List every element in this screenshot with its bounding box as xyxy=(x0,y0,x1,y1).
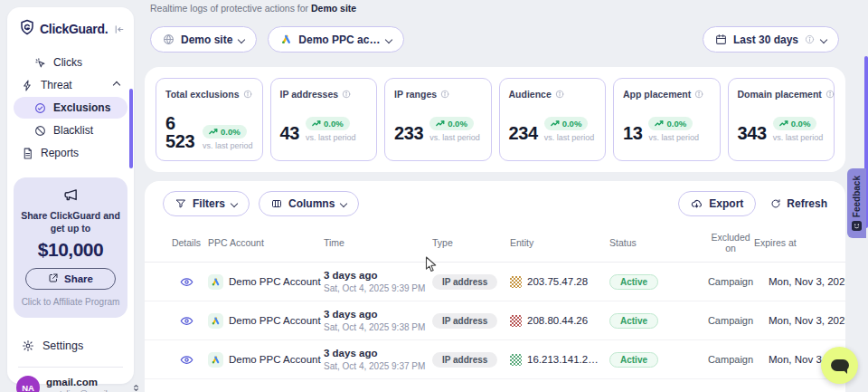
export-button[interactable]: Export xyxy=(678,191,756,216)
info-icon[interactable] xyxy=(555,90,564,99)
date-range-dropdown[interactable]: Last 30 days xyxy=(703,26,839,53)
row-details-eye-button[interactable] xyxy=(180,353,193,367)
ppc-account-filter-dropdown[interactable]: Demo PPC ac… xyxy=(268,26,404,53)
info-icon[interactable] xyxy=(826,90,835,99)
chevron-up-icon xyxy=(113,81,120,89)
sidebar-nav: Clicks Threat Exclusions Blacklist xyxy=(7,52,134,164)
excluded-on-value: Campaign xyxy=(707,354,754,365)
stat-label: Domain placement xyxy=(738,89,822,100)
excluded-on-value: Campaign xyxy=(707,315,754,326)
delta-value: 0.0% xyxy=(221,127,241,137)
row-details-eye-button[interactable] xyxy=(180,314,193,328)
sidebar-item-clicks[interactable]: Clicks xyxy=(14,52,127,73)
share-button[interactable]: Share xyxy=(25,268,116,290)
ppc-account-name: Demo PPC Account xyxy=(229,276,321,287)
delta-badge: 0.0% xyxy=(306,117,350,130)
scope-filters: Demo site Demo PPC ac… xyxy=(150,26,404,53)
chat-bubble-icon xyxy=(831,359,849,371)
table-row: Demo PPC Account 3 days agoSat, Oct 4, 2… xyxy=(145,340,845,379)
entity-value: 203.75.47.28 xyxy=(527,276,588,287)
account-name: gmail.com xyxy=(46,377,125,389)
chevron-down-icon xyxy=(820,35,827,43)
refresh-label: Refresh xyxy=(787,197,827,210)
stat-period: vs. last period xyxy=(429,133,480,142)
affiliate-link[interactable]: Click to Affiliate Program xyxy=(19,297,122,307)
stat-label: Audience xyxy=(509,89,552,100)
sidebar-item-threat[interactable]: Threat xyxy=(14,74,127,96)
refresh-button[interactable]: Refresh xyxy=(770,197,827,210)
promo-text: Share ClickGuard and get up to xyxy=(19,209,122,234)
app-root: ClickGuard. Clicks Threat xyxy=(0,0,868,392)
delta-value: 0.0% xyxy=(448,119,467,129)
trend-up-icon xyxy=(551,119,560,129)
google-ads-icon xyxy=(280,33,292,45)
share-button-label: Share xyxy=(64,273,93,284)
logo: ClickGuard. xyxy=(7,7,134,44)
megaphone-icon xyxy=(63,190,79,206)
settings-label: Settings xyxy=(42,339,83,352)
lightning-icon xyxy=(22,80,33,91)
time-absolute: Sat, Oct 4, 2025 9:39 PM xyxy=(324,282,432,294)
table-row: Demo PPC Account 3 days agoSat, Oct 4, 2… xyxy=(145,263,845,301)
trend-up-icon xyxy=(779,119,788,129)
status-badge: Active xyxy=(609,313,658,329)
logo-text: ClickGuard. xyxy=(40,22,108,36)
sidebar-item-reports[interactable]: Reports xyxy=(14,142,127,164)
promo-amount: $10,000 xyxy=(19,239,122,261)
sidebar-collapse-icon[interactable] xyxy=(113,24,125,35)
google-ads-icon xyxy=(208,352,223,368)
shield-logo-icon xyxy=(19,19,35,39)
info-icon[interactable] xyxy=(342,90,351,99)
col-header-excluded-on: Excluded on xyxy=(707,232,754,253)
page-subtitle: Realtime logs of protective actions for … xyxy=(150,3,356,14)
calendar-icon xyxy=(715,33,727,45)
stat-card-app-placement: App placement 13 0.0% vs. last period xyxy=(613,78,721,161)
chevron-down-icon xyxy=(238,35,245,43)
site-filter-dropdown[interactable]: Demo site xyxy=(150,26,257,53)
time-absolute: Sat, Oct 4, 2025 9:37 PM xyxy=(324,360,432,372)
table-toolbar: Filters Columns Export xyxy=(145,191,845,216)
sidebar-item-exclusions[interactable]: Exclusions xyxy=(14,97,127,119)
account-switcher[interactable]: NA gmail.com naatali.ro@gmail.com xyxy=(7,368,134,392)
stats-panel: Total exclusions 6 523 0.0% vs. last per… xyxy=(145,67,845,172)
funnel-icon xyxy=(175,198,186,209)
chevron-updown-icon xyxy=(131,383,141,392)
delta-value: 0.0% xyxy=(666,119,686,129)
smiley-icon xyxy=(852,221,862,231)
gear-icon xyxy=(22,339,34,352)
sidebar: ClickGuard. Clicks Threat xyxy=(7,7,134,384)
time-relative: 3 days ago xyxy=(324,347,432,359)
trend-up-icon xyxy=(312,119,321,129)
stat-card-ip-addresses: IP addresses 43 0.0% vs. last period xyxy=(270,78,378,161)
row-details-eye-button[interactable] xyxy=(180,275,193,289)
time-relative: 3 days ago xyxy=(324,308,432,320)
status-badge: Active xyxy=(609,352,658,368)
ban-icon xyxy=(34,125,46,137)
col-header-status: Status xyxy=(609,237,707,248)
stat-card-total-exclusions: Total exclusions 6 523 0.0% vs. last per… xyxy=(156,78,263,161)
sidebar-scrollbar[interactable] xyxy=(129,89,133,168)
columns-label: Columns xyxy=(288,197,335,210)
document-icon xyxy=(22,148,33,159)
info-icon[interactable] xyxy=(440,90,449,99)
info-icon[interactable] xyxy=(243,90,252,99)
columns-dropdown[interactable]: Columns xyxy=(259,191,359,216)
entity-identicon xyxy=(510,354,522,366)
sidebar-item-blacklist[interactable]: Blacklist xyxy=(14,120,127,141)
col-header-time: Time xyxy=(324,237,432,248)
date-range-label: Last 30 days xyxy=(733,33,798,46)
filters-dropdown[interactable]: Filters xyxy=(163,191,250,216)
stat-label: IP ranges xyxy=(394,89,437,100)
log-table-panel: Filters Columns Export xyxy=(145,181,845,392)
stat-card-audience: Audience 234 0.0% vs. last period xyxy=(499,78,607,161)
feedback-tab[interactable]: Feedback xyxy=(847,168,866,238)
info-icon[interactable] xyxy=(694,90,703,99)
col-header-details: Details xyxy=(165,237,208,248)
sidebar-item-settings[interactable]: Settings xyxy=(7,334,134,358)
delta-badge: 0.0% xyxy=(203,125,247,139)
chat-widget-button[interactable] xyxy=(821,347,858,384)
entity-value: 16.213.141.2… xyxy=(527,354,599,365)
sidebar-item-label: Exclusions xyxy=(53,101,110,114)
time-relative: 3 days ago xyxy=(324,269,432,282)
ppc-account-name: Demo PPC Account xyxy=(229,354,321,365)
